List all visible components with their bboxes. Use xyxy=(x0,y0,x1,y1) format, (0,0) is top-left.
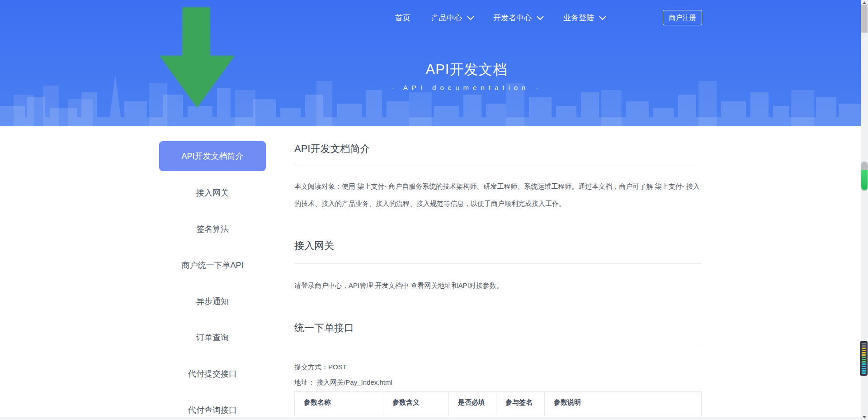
submit-method-text: 提交方式：POST xyxy=(294,360,701,374)
meter-bar xyxy=(862,350,866,351)
table-header-row: 参数名称 参数含义 是否必填 参与签名 参数说明 xyxy=(295,392,702,413)
section-heading-gateway: 接入网关 xyxy=(294,239,334,253)
sidebar-item-payout-submit[interactable]: 代付提交接口 xyxy=(159,356,266,392)
meter-bar xyxy=(862,361,866,363)
sidebar-item-async-notify[interactable]: 异步通知 xyxy=(159,283,266,320)
vertical-scrollbar-thumb[interactable] xyxy=(861,5,868,33)
divider xyxy=(294,166,701,166)
meter-bar xyxy=(862,363,866,365)
divider xyxy=(294,263,701,264)
gateway-paragraph: 请登录商户中心，API管理 开发文档中 查看网关地址和API对接参数。 xyxy=(294,277,701,294)
col-header-required: 是否必填 xyxy=(449,392,496,413)
sidebar: API开发文档简介 接入网关 签名算法 商户统一下单API 异步通知 订单查询 … xyxy=(159,141,266,420)
meter-bar xyxy=(862,370,866,372)
gateway-address-text: 地址： 接入网关/Pay_Index.html xyxy=(294,376,701,389)
col-header-param-desc: 参数说明 xyxy=(545,392,702,413)
content-area: API开发文档简介 本文阅读对象：使用 柒上支付- 商户自服务系统的技术架构师、… xyxy=(294,0,701,420)
sidebar-item-api-doc-intro[interactable]: API开发文档简介 xyxy=(159,141,266,171)
meter-bar xyxy=(862,368,866,369)
meter-bar xyxy=(862,343,866,344)
meter-bar xyxy=(862,366,866,367)
marker-cap xyxy=(861,162,868,170)
meter-bar xyxy=(862,352,866,353)
scroll-up-arrow-icon[interactable] xyxy=(863,1,866,4)
sidebar-item-unified-order-api[interactable]: 商户统一下单API xyxy=(159,247,266,283)
sidebar-item-access-gateway[interactable]: 接入网关 xyxy=(159,175,266,211)
col-header-param-name: 参数名称 xyxy=(295,392,383,413)
sidebar-item-signature-algorithm[interactable]: 签名算法 xyxy=(159,211,266,247)
meter-bar xyxy=(862,372,866,374)
meter-bar xyxy=(862,348,866,349)
col-header-param-meaning: 参数含义 xyxy=(383,392,449,413)
meter-bar xyxy=(862,359,866,360)
params-table: 参数名称 参数含义 是否必填 参与签名 参数说明 xyxy=(294,391,702,420)
extension-meter-widget[interactable] xyxy=(860,341,868,376)
section-heading-unified-order: 统一下单接口 xyxy=(294,321,354,335)
scroll-down-arrow-icon[interactable] xyxy=(863,416,866,419)
sidebar-item-payout-query[interactable]: 代付查询接口 xyxy=(159,392,266,420)
meter-bar xyxy=(862,354,866,356)
divider xyxy=(294,345,701,345)
horizontal-scrollbar[interactable] xyxy=(0,417,861,420)
scrollbar-green-marker[interactable] xyxy=(861,162,868,190)
meter-bar xyxy=(862,357,866,358)
marker-green-pill xyxy=(861,170,868,190)
meter-bar xyxy=(862,345,866,347)
col-header-signed: 参与签名 xyxy=(496,392,545,413)
page: 首页 产品中心 开发者中心 业务登陆 商户注册 API开发文档 - API do… xyxy=(0,0,868,420)
sidebar-item-order-query[interactable]: 订单查询 xyxy=(159,320,266,356)
section-heading-intro: API开发文档简介 xyxy=(294,142,370,156)
intro-paragraph: 本文阅读对象：使用 柒上支付- 商户自服务系统的技术架构师、研发工程师、系统运维… xyxy=(294,178,701,212)
